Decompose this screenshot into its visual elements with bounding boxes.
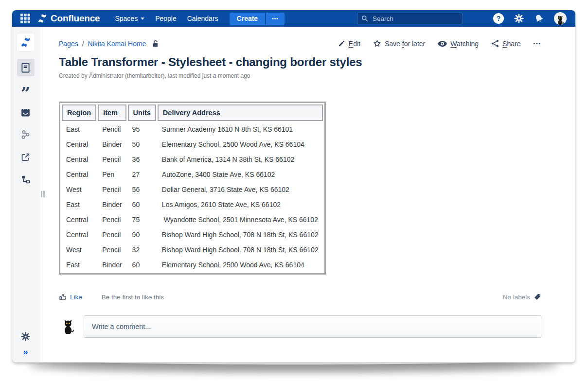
table-cell: Pencil: [98, 122, 126, 136]
table-cell: 60: [128, 258, 156, 272]
table-cell: Central: [62, 168, 96, 181]
star-icon: [373, 39, 381, 48]
sidebar-item-external-link[interactable]: [17, 148, 35, 166]
nav-spaces-label: Spaces: [115, 15, 138, 22]
table-cell: 60: [128, 198, 156, 211]
table-header-cell: Delivery Address: [158, 104, 323, 121]
space-sidebar: ”: [12, 27, 39, 362]
table-cell: Wyandotte School, 2501 Minnesota Ave, KS…: [158, 213, 323, 226]
page-actions: Edit Save for later Watching: [338, 39, 541, 48]
breadcrumb-pages-link[interactable]: Pages: [59, 40, 78, 48]
expand-sidebar-button[interactable]: »: [23, 348, 28, 355]
table-cell: AutoZone, 3400 State Ave, KS 66102: [158, 168, 323, 181]
admin-gear-icon[interactable]: [514, 13, 524, 24]
page-more-actions-button[interactable]: •••: [533, 41, 541, 46]
edit-label: Edit: [349, 40, 360, 48]
like-button[interactable]: Like: [59, 293, 82, 301]
create-more-button[interactable]: •••: [265, 13, 285, 25]
create-button[interactable]: Create: [230, 13, 266, 25]
notifications-bell-icon[interactable]: [532, 12, 546, 25]
app-switcher-icon[interactable]: [20, 13, 31, 24]
table-cell: 50: [128, 138, 156, 151]
breadcrumb-separator: /: [82, 40, 84, 48]
cat-avatar-image: [60, 317, 76, 334]
table-row: EastBinder60Elementary School, 2500 Wood…: [62, 258, 323, 272]
confluence-logo-icon: [37, 13, 48, 24]
help-icon[interactable]: ?: [493, 13, 504, 24]
table-cell: Elementary School, 2500 Wood Ave, KS 661…: [158, 138, 323, 151]
table-cell: Central: [62, 138, 96, 151]
comment-input[interactable]: [84, 315, 541, 338]
thumbs-up-icon: [59, 293, 67, 301]
nav-spaces[interactable]: Spaces: [109, 10, 150, 27]
table-row: CentralPen27AutoZone, 3400 State Ave, KS…: [62, 168, 323, 181]
table-cell: East: [62, 122, 96, 136]
nav-calendars-label: Calendars: [187, 15, 218, 22]
nav-calendars[interactable]: Calendars: [182, 10, 224, 27]
sidebar-item-space-tree[interactable]: [17, 171, 35, 188]
search-box[interactable]: [357, 13, 463, 24]
save-for-later-label: Save for later: [385, 40, 425, 48]
table-cell: 95: [128, 122, 156, 136]
share-button[interactable]: Share: [491, 39, 520, 48]
table-cell: 56: [128, 183, 156, 196]
table-cell: Pencil: [98, 243, 126, 257]
search-input[interactable]: [372, 15, 459, 23]
table-cell: Bishop Ward High School, 708 N 18th St, …: [158, 243, 323, 257]
comment-section: [59, 315, 541, 338]
table-cell: East: [62, 258, 96, 272]
confluence-logo[interactable]: Confluence: [37, 13, 100, 24]
unrestricted-lock-icon[interactable]: [152, 40, 159, 48]
quote-icon: ”: [21, 91, 31, 96]
table-row: CentralPencil90Bishop Ward High School, …: [62, 228, 323, 242]
sidebar-resize-grip[interactable]: [41, 191, 45, 197]
like-bar: Like Be the first to like this No labels: [59, 293, 541, 301]
table-cell: 36: [128, 153, 156, 166]
table-cell: Pencil: [98, 213, 126, 226]
sidebar-item-shared-links[interactable]: [17, 126, 35, 143]
save-for-later-button[interactable]: Save for later: [373, 39, 425, 48]
external-link-icon: [21, 153, 30, 162]
sidebar-space-logo[interactable]: [17, 34, 35, 51]
table-header-cell: Region: [62, 104, 96, 121]
table-cell: Central: [62, 213, 96, 226]
share-icon: [491, 39, 499, 48]
table-header-cell: Item: [98, 104, 126, 121]
table-cell: Bishop Ward High School, 708 N 18th St, …: [158, 228, 323, 242]
table-header-cell: Units: [128, 104, 156, 121]
pencil-icon: [338, 40, 345, 47]
space-settings-gear-icon[interactable]: [20, 331, 31, 342]
breadcrumb-space-home-link[interactable]: Nikita Kamai Home: [88, 40, 146, 48]
sidebar-item-blog[interactable]: ”: [17, 81, 35, 99]
watching-label: Watching: [450, 40, 479, 48]
edit-button[interactable]: Edit: [338, 40, 360, 48]
share-label: Share: [502, 40, 520, 48]
content-table-head: RegionItemUnitsDelivery Address: [62, 104, 323, 121]
user-avatar[interactable]: [554, 12, 567, 25]
table-cell: Central: [62, 153, 96, 166]
page-toolbar-row: Pages / Nikita Kamai Home Edit: [59, 39, 541, 48]
table-cell: West: [62, 183, 96, 196]
nav-people-label: People: [155, 15, 177, 22]
labels-button[interactable]: No labels: [503, 293, 541, 301]
table-row: CentralPencil75 Wyandotte School, 2501 M…: [62, 213, 323, 226]
confluence-space-icon: [20, 36, 32, 48]
table-row: WestPencil32Bishop Ward High School, 708…: [62, 243, 323, 257]
watching-button[interactable]: Watching: [438, 40, 479, 48]
content-table-body: EastPencil95Sumner Academy 1610 N 8th St…: [62, 122, 323, 272]
no-labels-text: No labels: [503, 294, 530, 301]
calendar-icon: [20, 107, 31, 118]
table-cell: Los Amigos, 2610 State Ave, KS 66102: [158, 198, 323, 211]
product-name: Confluence: [51, 13, 100, 24]
page-content: Pages / Nikita Kamai Home Edit: [39, 27, 575, 338]
table-row: CentralBinder50Elementary School, 2500 W…: [62, 138, 323, 151]
sidebar-item-pages[interactable]: [17, 59, 35, 76]
breadcrumb: Pages / Nikita Kamai Home: [59, 40, 159, 48]
table-header-row: RegionItemUnitsDelivery Address: [62, 104, 323, 121]
browser-app-window: Confluence Spaces People Calendars Creat…: [12, 10, 576, 363]
table-row: EastPencil95Sumner Academy 1610 N 8th St…: [62, 122, 323, 136]
nav-people[interactable]: People: [150, 10, 182, 27]
pages-icon: [21, 63, 30, 73]
sidebar-item-calendars[interactable]: [17, 104, 35, 121]
table-cell: 90: [128, 228, 156, 242]
